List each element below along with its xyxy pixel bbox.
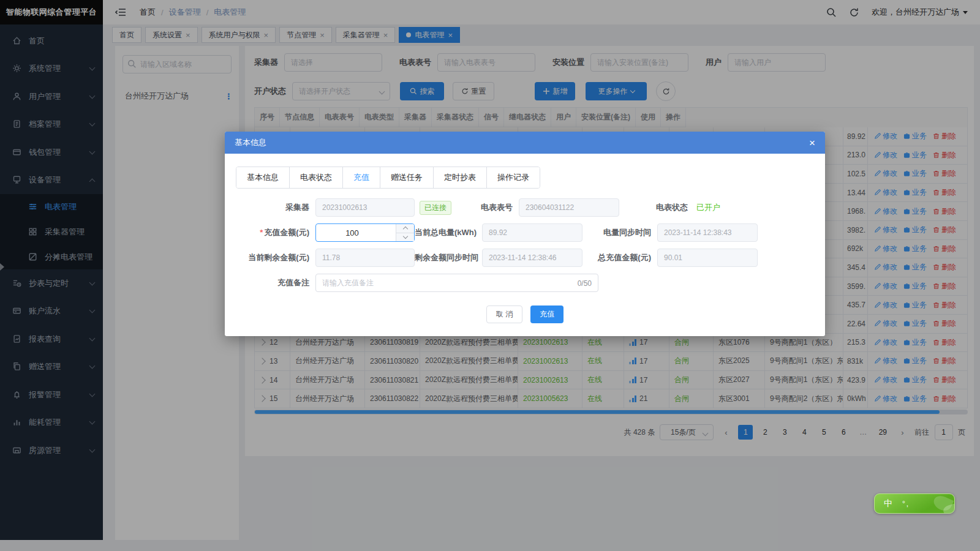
char-counter: 0/50 <box>578 279 592 288</box>
ime-indicator[interactable]: 中 °, <box>874 493 955 514</box>
leaf-decoration-icon <box>930 495 955 514</box>
decrement-button[interactable] <box>396 233 414 242</box>
connected-badge: 已连接 <box>420 201 451 215</box>
balance-sync-label: 剩余金额同步时间 <box>415 252 476 263</box>
energy-label: 当前总电量(kWh) <box>415 227 476 238</box>
ime-punct: °, <box>902 500 910 508</box>
meter-no-field: 230604031122 <box>519 198 619 217</box>
total-recharge-label: 总充值金额(元) <box>582 252 651 263</box>
remark-input[interactable]: 0/50 <box>315 274 598 292</box>
modal-tab[interactable]: 定时抄表 <box>434 167 487 188</box>
amount-label: *充值金额(元) <box>230 227 309 238</box>
ime-lang: 中 <box>884 498 892 509</box>
meter-status-label: 电表状态 <box>619 202 688 213</box>
meter-status-value: 已开户 <box>696 202 720 213</box>
balance-field: 11.78 <box>315 249 415 267</box>
energy-field: 89.92 <box>482 223 582 242</box>
balance-label: 当前剩余金额(元) <box>230 252 309 263</box>
remark-label: 充值备注 <box>230 277 309 288</box>
total-recharge-field: 90.01 <box>657 249 758 267</box>
cancel-button[interactable]: 取 消 <box>486 305 522 323</box>
increment-button[interactable] <box>396 224 414 233</box>
collector-field: 20231002613 <box>315 198 415 217</box>
amount-input[interactable] <box>315 223 415 242</box>
modal-tabs: 基本信息 电表状态 充值 赠送任务 定时抄表 操作记录 <box>236 167 540 189</box>
modal-tab[interactable]: 电表状态 <box>290 167 343 188</box>
modal-tab[interactable]: 充值 <box>343 167 380 188</box>
close-icon[interactable]: × <box>809 138 815 148</box>
recharge-button[interactable]: 充值 <box>530 305 564 323</box>
modal-tab[interactable]: 操作记录 <box>487 167 540 188</box>
energy-sync-field: 2023-11-14 12:38:43 <box>657 223 758 242</box>
energy-sync-label: 电量同步时间 <box>582 227 651 238</box>
collector-label: 采集器 <box>230 202 309 213</box>
modal-tab[interactable]: 基本信息 <box>236 167 290 188</box>
modal-title: 基本信息 <box>235 137 266 148</box>
meter-no-label: 电表表号 <box>451 202 513 213</box>
balance-sync-field: 2023-11-14 12:38:46 <box>482 249 582 267</box>
modal-tab[interactable]: 赠送任务 <box>380 167 434 188</box>
meter-info-modal: 基本信息 × 基本信息 电表状态 充值 赠送任务 定时抄表 操作记录 采集器 2… <box>225 132 825 336</box>
